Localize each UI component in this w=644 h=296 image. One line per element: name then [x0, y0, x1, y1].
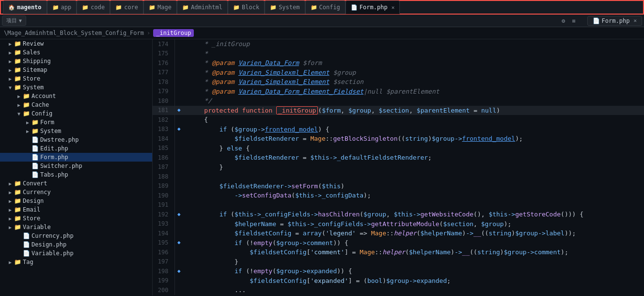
line-gutter — [174, 191, 183, 200]
sidebar-item-label: Email — [23, 206, 40, 213]
sidebar-item-label: Review — [23, 40, 44, 47]
line-gutter: ◆ — [174, 210, 183, 219]
line-gutter — [174, 285, 183, 295]
sidebar-item-label: Shipping — [23, 58, 51, 65]
tab-app[interactable]: 📁 app — [47, 0, 77, 14]
sidebar-item-system[interactable]: ▼ 📁 System — [0, 83, 152, 92]
sidebar-item-store[interactable]: ▶ 📁 Store — [0, 74, 152, 83]
sidebar-item-cache[interactable]: ▶ 📁 Cache — [0, 100, 152, 109]
menu-button[interactable]: ≡ — [570, 16, 577, 25]
tab-config[interactable]: 📁 Config — [305, 0, 346, 14]
tab-label: Mage — [157, 4, 172, 11]
sidebar-item-system2[interactable]: ▶ 📁 System — [0, 127, 152, 135]
line-gutter — [174, 257, 183, 267]
tab-code[interactable]: 📁 code — [77, 0, 110, 14]
sidebar-item-label: Currency.php — [31, 232, 74, 239]
expand-icon: ▶ — [7, 225, 14, 230]
close-icon[interactable]: ✕ — [392, 4, 395, 11]
line-number: 193 — [153, 219, 174, 229]
php-icon: 📄 — [31, 171, 39, 178]
line-content: { — [183, 115, 644, 125]
line-number: 175 — [153, 49, 174, 59]
home-icon: 🏠 — [8, 4, 15, 11]
sidebar-item-variablephp[interactable]: ▶ 📄 Variable.php — [0, 249, 152, 258]
sidebar-item-sitemap[interactable]: ▶ 📁 Sitemap — [0, 66, 152, 74]
tab-bar: 🏠 magento 📁 app 📁 code 📁 core 📁 Mage 📁 A… — [0, 0, 644, 15]
sidebar-item-form[interactable]: ▶ 📁 Form — [0, 118, 152, 127]
tab-label: code — [91, 4, 105, 11]
table-row: 198 ◆ if (!empty($group->expanded)) { — [153, 266, 644, 276]
sidebar[interactable]: ▶ 📁 Review ▶ 📁 Sales ▶ 📁 Shipping ▶ 📁 Si… — [0, 39, 153, 296]
table-row: 181 ◆ protected function _initGroup($for… — [153, 106, 644, 115]
code-editor[interactable]: 174 * _initGroup 175 * 176 * @param Vari… — [153, 39, 644, 296]
line-number: 178 — [153, 77, 174, 87]
tab-label: core — [124, 4, 138, 11]
sidebar-item-dwstree[interactable]: ▶ 📄 Dwstree.php — [0, 135, 152, 144]
line-content: } — [183, 163, 644, 172]
sidebar-item-email[interactable]: ▶ 📁 Email — [0, 205, 152, 214]
tab-block[interactable]: 📁 Block — [228, 0, 265, 14]
expand-icon: ▶ — [7, 50, 14, 55]
table-row: 199 $fieldsetConfig['expanded'] = (bool)… — [153, 276, 644, 286]
sidebar-item-variable[interactable]: ▶ 📁 Variable — [0, 223, 152, 231]
sidebar-item-edit[interactable]: ▶ 📄 Edit.php — [0, 144, 152, 153]
expand-icon: ▼ — [16, 111, 22, 116]
php-icon: 📄 — [351, 4, 358, 11]
sidebar-item-currencyphp[interactable]: ▶ 📄 Currency.php — [0, 231, 152, 240]
sidebar-item-shipping[interactable]: ▶ 📁 Shipping — [0, 57, 152, 66]
line-content — [183, 200, 644, 210]
folder-icon: 📁 — [270, 4, 277, 11]
sidebar-item-designphp[interactable]: ▶ 📄 Design.php — [0, 240, 152, 249]
sidebar-item-sales[interactable]: ▶ 📁 Sales — [0, 48, 152, 57]
line-number: 196 — [153, 247, 174, 257]
table-row: 195 ◆ if (!empty($group->comment)) { — [153, 238, 644, 248]
settings-button[interactable]: ⚙ — [560, 16, 567, 25]
tab-adminhtml[interactable]: 📁 Adminhtml — [177, 0, 228, 14]
sidebar-item-label: Switcher.php — [40, 163, 82, 169]
folder-icon: 📁 — [14, 58, 21, 65]
sidebar-item-label: Sales — [23, 49, 40, 56]
sidebar-item-label: Config — [31, 110, 52, 117]
tab-label: app — [61, 4, 72, 11]
sidebar-item-review[interactable]: ▶ 📁 Review — [0, 39, 152, 48]
line-gutter — [174, 68, 183, 78]
sidebar-item-account[interactable]: ▶ 📁 Account — [0, 92, 152, 100]
folder-icon: 📁 — [14, 40, 21, 47]
file-tab-editor[interactable]: 📄 Form.php ✕ — [587, 16, 642, 26]
tab-formphp[interactable]: 📄 Form.php ✕ — [346, 0, 400, 14]
sidebar-item-formphp[interactable]: ▶ 📄 Form.php — [0, 153, 152, 162]
table-row: 192 ◆ if ($this->_configFields->hasChild… — [153, 210, 644, 219]
sidebar-item-currency[interactable]: ▶ 📁 Currency — [0, 188, 152, 197]
line-gutter — [174, 181, 183, 191]
sidebar-item-convert[interactable]: ▶ 📁 Convert — [0, 179, 152, 188]
tab-core[interactable]: 📁 core — [110, 0, 143, 14]
sidebar-item-design[interactable]: ▶ 📁 Design — [0, 197, 152, 205]
line-number: 174 — [153, 39, 174, 49]
sidebar-item-tabs[interactable]: ▶ 📄 Tabs.php — [0, 170, 152, 179]
sidebar-item-config[interactable]: ▼ 📁 Config — [0, 109, 152, 118]
tab-mage[interactable]: 📁 Mage — [143, 0, 177, 14]
line-number: 192 — [153, 210, 174, 219]
line-content: } else { — [183, 144, 644, 153]
sidebar-item-label: Convert — [23, 180, 47, 187]
sidebar-item-label: Dwstree.php — [40, 136, 79, 143]
breadcrumb-separator: › — [147, 30, 150, 36]
tab-system[interactable]: 📁 System — [265, 0, 305, 14]
editor-close-icon[interactable]: ✕ — [633, 17, 637, 24]
php-icon: 📄 — [22, 241, 30, 248]
php-file-icon: 📄 — [593, 17, 600, 24]
sidebar-item-store2[interactable]: ▶ 📁 Store — [0, 214, 152, 223]
line-number: 186 — [153, 153, 174, 163]
line-gutter — [174, 96, 183, 106]
line-number: 181 — [153, 106, 174, 115]
expand-icon: ▶ — [7, 207, 14, 213]
line-number: 198 — [153, 266, 174, 276]
line-content: */ — [183, 96, 644, 106]
php-icon: 📄 — [22, 232, 30, 239]
sidebar-item-tag[interactable]: ▶ 📁 Tag — [0, 258, 152, 266]
project-selector[interactable]: 项目 ▼ — [2, 16, 26, 26]
folder-icon: 📁 — [31, 119, 39, 126]
tab-magento[interactable]: 🏠 magento — [3, 0, 47, 14]
sidebar-item-switcher[interactable]: ▶ 📄 Switcher.php — [0, 162, 152, 170]
line-content: * @param Varien_Data_Form_Element_Fields… — [183, 87, 644, 97]
